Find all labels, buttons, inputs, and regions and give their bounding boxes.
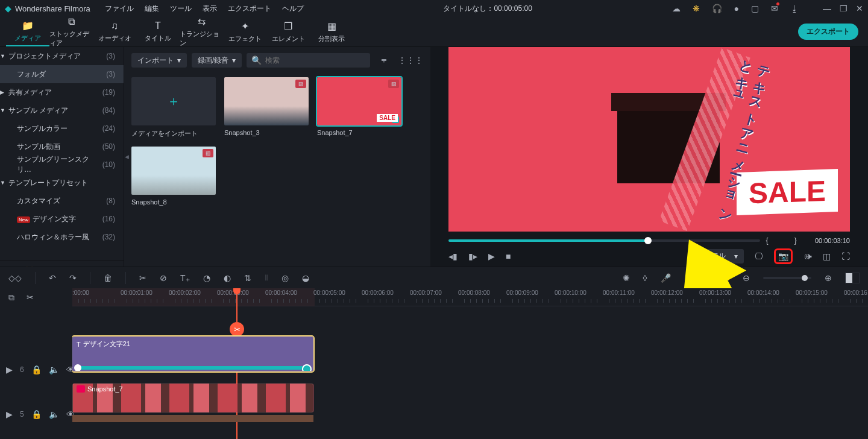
adjust-icon[interactable]: ⇅ [244, 273, 251, 283]
stop-icon[interactable]: ■ [506, 251, 511, 261]
search-input[interactable] [265, 56, 365, 65]
delete-icon[interactable]: 🗑 [104, 273, 112, 283]
download-icon[interactable]: ⭳ [790, 4, 799, 13]
quality-dropdown[interactable]: フル▾ [705, 249, 744, 264]
track-mute-icon[interactable]: 🔈 [49, 365, 59, 374]
menu-file[interactable]: ファイル [105, 4, 134, 14]
sidebar-item[interactable]: Newデザイン文字(16) [0, 210, 124, 228]
tab-stock-media[interactable]: ⧉ストックメディア [49, 17, 93, 46]
new-bin-icon[interactable]: ▣ [6, 265, 14, 267]
sidebar-item[interactable]: カスタマイズ(8) [0, 192, 124, 210]
magnet-snap-icon[interactable]: ⌽ [703, 273, 708, 283]
render-icon[interactable]: ✺ [623, 273, 630, 283]
tab-elements[interactable]: ❒エレメント [266, 17, 310, 46]
mail-icon[interactable]: ✉ [771, 4, 778, 13]
cut-icon[interactable]: ✂ [139, 273, 146, 283]
menu-help[interactable]: ヘルプ [282, 4, 304, 14]
greenscreen-icon[interactable]: ◎ [281, 273, 289, 283]
tab-splitview[interactable]: ▦分割表示 [310, 17, 353, 46]
video-clip[interactable]: Snapshot_7 [72, 384, 313, 412]
media-search[interactable]: 🔍 [247, 53, 370, 68]
import-dropdown[interactable]: インポート▾ [131, 53, 187, 68]
filter-icon[interactable]: ⫧ [380, 55, 388, 65]
media-thumb[interactable]: ＋ [131, 77, 216, 125]
tips-icon[interactable]: ❋ [693, 4, 700, 13]
snapshot-button[interactable]: 📷 [774, 248, 793, 264]
timeline-settings-icon[interactable]: ⧉ [8, 292, 14, 303]
media-tile[interactable]: ▨✔Snapshot_7 [317, 77, 401, 138]
scrub-track[interactable] [448, 239, 760, 242]
crop-disable-icon[interactable]: ⊘ [160, 273, 167, 283]
menu-tool[interactable]: ツール [170, 4, 192, 14]
voice-icon[interactable]: ⦀ [265, 273, 268, 283]
media-thumb[interactable]: ▨ [224, 77, 309, 125]
track-video-icon[interactable]: ▶ [6, 409, 13, 419]
inout-braces[interactable]: { } [766, 236, 809, 245]
ratio-icon[interactable]: ▭ [722, 273, 729, 283]
text-add-icon[interactable]: T₊ [180, 273, 190, 283]
sidebar-item[interactable]: ▼テンプレートプリセット [0, 174, 124, 192]
menu-export[interactable]: エクスポート [228, 4, 271, 14]
title-clip[interactable]: Tデザイン文字21 [72, 336, 313, 371]
menu-edit[interactable]: 編集 [145, 4, 159, 14]
sidebar-item[interactable]: ▼プロジェクトメディア(3) [0, 47, 124, 65]
export-button[interactable]: エクスポート [798, 24, 858, 40]
redo-icon[interactable]: ↷ [69, 273, 77, 283]
timeline-content[interactable]: :00:0000:00:01:0000:00:02:0000:00:03:000… [72, 288, 868, 439]
media-tile[interactable]: ＋メディアをインポート [131, 77, 216, 138]
sidebar-item[interactable]: ▼サンプル メディア(84) [0, 101, 124, 119]
cloud-icon[interactable]: ☁ [672, 4, 681, 13]
zoom-in-icon[interactable]: ⊕ [825, 273, 832, 283]
tab-titles[interactable]: Tタイトル [136, 17, 180, 46]
media-tile[interactable]: ▨Snapshot_8 [131, 147, 216, 206]
preview-video[interactable]: SALE テキストアニメーションとキュ [448, 47, 850, 232]
compare-icon[interactable]: ◫ [823, 251, 831, 261]
volume-icon[interactable]: 🕪 [804, 251, 812, 261]
razor-tool-icon[interactable]: ✂ [27, 292, 34, 302]
sidebar-item[interactable]: サンプルカラー(24) [0, 119, 124, 137]
zoom-out-icon[interactable]: ⊖ [743, 273, 750, 283]
tab-transitions[interactable]: ⇆トランジション [180, 17, 223, 46]
timeline-view-toggle[interactable] [845, 273, 860, 283]
scrub-knob[interactable] [644, 237, 652, 244]
keyframe-icon[interactable]: ◇◇ [8, 273, 22, 283]
frame-prev-icon[interactable]: ◂▮ [448, 251, 458, 261]
sidebar-item[interactable]: サンプル動画(50) [0, 137, 124, 156]
marker-icon[interactable]: ◊ [643, 273, 647, 283]
motion-keyframes[interactable] [75, 366, 310, 370]
mask-icon[interactable]: ◒ [302, 273, 309, 283]
sidebar-item[interactable]: フォルダ(3) [0, 65, 124, 83]
zoom-knob[interactable] [802, 275, 808, 281]
sidebar-item[interactable]: ハロウィン＆ホラー風(32) [0, 228, 124, 246]
headphones-icon[interactable]: 🎧 [712, 4, 722, 13]
timeline-ruler[interactable]: :00:0000:00:01:0000:00:02:0000:00:03:000… [72, 288, 868, 306]
tab-audio[interactable]: ♫オーディオ [93, 17, 136, 46]
play-icon[interactable]: ▶ [488, 251, 495, 261]
track-mute-icon[interactable]: 🔈 [49, 409, 59, 419]
media-thumb[interactable]: ▨ [131, 147, 216, 195]
tab-media[interactable]: 📁メディア [6, 17, 49, 46]
fullscreen-icon[interactable]: ⛶ [841, 251, 850, 261]
display-icon[interactable]: 🖵 [755, 251, 763, 261]
zoom-slider[interactable] [763, 277, 811, 279]
track-video-icon[interactable]: ▶ [6, 365, 13, 374]
panel-collapse-handle[interactable]: ◀ [124, 145, 130, 169]
tab-effects[interactable]: ✦エフェクト [223, 17, 266, 46]
playhead-cut-icon[interactable]: ✂ [230, 322, 244, 336]
media-thumb[interactable]: ▨✔ [317, 77, 401, 125]
frame-next-icon[interactable]: ▮▸ [468, 251, 477, 261]
menu-view[interactable]: 表示 [203, 4, 217, 14]
save-icon[interactable]: ▢ [751, 4, 759, 13]
account-avatar-icon[interactable]: ● [734, 4, 739, 13]
track-lock-icon[interactable]: 🔒 [31, 409, 42, 419]
speed-icon[interactable]: ◔ [203, 273, 210, 283]
media-tile[interactable]: ▨Snapshot_3 [224, 77, 309, 138]
undo-icon[interactable]: ↶ [49, 273, 56, 283]
color-icon[interactable]: ◐ [224, 273, 231, 283]
window-minimize-icon[interactable]: ― [823, 4, 831, 13]
window-close-icon[interactable]: ✕ [856, 4, 863, 13]
grid-view-icon[interactable]: ⋮⋮⋮ [398, 55, 423, 65]
audio-mixer-icon[interactable]: ♬ [684, 273, 691, 283]
track-lock-icon[interactable]: 🔒 [31, 365, 42, 374]
sidebar-item[interactable]: ▶共有メディア(19) [0, 83, 124, 101]
